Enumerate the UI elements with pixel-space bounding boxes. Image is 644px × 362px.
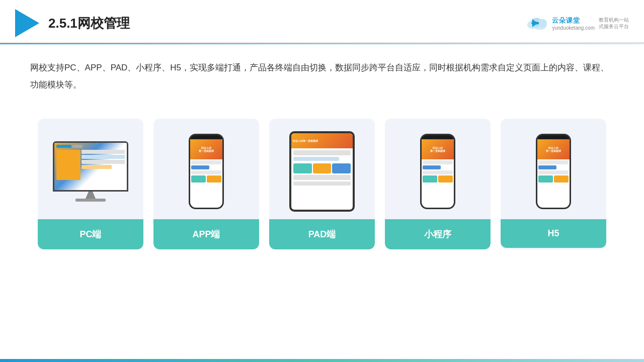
page-title: 2.5.1网校管理	[48, 15, 130, 32]
header-left: 2.5.1网校管理	[15, 9, 130, 37]
phone-banner-h5: 职达人的第一堂刷题课	[537, 139, 570, 159]
phone-screen-miniapp: 职达人的第一堂刷题课	[422, 139, 454, 208]
pc-screen-inner	[54, 143, 127, 190]
brand-name: 云朵课堂	[552, 16, 595, 25]
brand-logo: 云朵课堂 yunduoketang.com	[525, 16, 595, 31]
brand-slogan: 教育机构一站式服务云平台	[599, 17, 629, 30]
tablet-content	[291, 148, 353, 188]
tablet-row-1	[293, 150, 351, 155]
description-content: 网校支持PC、APP、PAD、小程序、H5，实现多端打通，产品各终端自由切换，数…	[30, 63, 609, 89]
h5-row-1	[538, 160, 569, 164]
card-pad: 职达人的第一堂刷题课 PAD端	[269, 119, 375, 249]
phone-notch-miniapp	[432, 135, 444, 138]
pc-screen	[53, 141, 128, 192]
svg-rect-5	[532, 22, 539, 25]
phone-row-2	[191, 165, 209, 169]
card-miniapp-image: 职达人的第一堂刷题课	[385, 119, 491, 219]
phone-content-app	[190, 159, 222, 208]
card-h5-label: H5	[501, 219, 606, 248]
tablet-card-2	[313, 163, 332, 173]
phone-notch-h5	[547, 135, 560, 138]
header: 2.5.1网校管理 云朵课堂 yunduoketang.com	[0, 0, 644, 43]
h5-row-2	[538, 165, 556, 169]
card-h5: 职达人的第一堂刷题课 H5	[501, 119, 606, 249]
brand-url: yunduoketang.com	[552, 25, 595, 31]
phone-row-3	[191, 170, 221, 174]
phone-banner-text-miniapp: 职达人的第一堂刷题课	[430, 146, 445, 153]
tablet-card-3	[332, 163, 351, 173]
tablet-card-1	[293, 163, 312, 173]
card-pad-image: 职达人的第一堂刷题课	[269, 119, 375, 219]
svg-point-3	[538, 19, 547, 28]
phone-banner-app: 职达人的第一堂刷题课	[190, 139, 222, 159]
cards-container: PC端 职达人的第一堂刷题课	[0, 104, 644, 259]
logo-triangle-icon	[15, 9, 39, 37]
tablet-screen: 职达人的第一堂刷题课	[291, 133, 353, 210]
phone-content-miniapp	[422, 159, 454, 208]
pc-stand	[86, 192, 96, 199]
phone-banner-miniapp: 职达人的第一堂刷题课	[422, 139, 454, 159]
tablet-cards-row	[293, 163, 351, 173]
brand-icon: 云朵课堂 yunduoketang.com	[525, 16, 595, 31]
pc-mockup	[53, 141, 128, 202]
miniapp-row-3	[423, 170, 453, 174]
brand-text-group: 云朵课堂 yunduoketang.com	[552, 16, 595, 31]
tablet-header-text: 职达人的第一堂刷题课	[293, 139, 318, 142]
h5-row-3	[538, 170, 569, 174]
miniapp-row-2	[423, 165, 441, 169]
bottom-gradient-bar	[0, 359, 644, 362]
card-pc-label: PC端	[38, 219, 143, 249]
miniapp-row-1	[423, 160, 453, 164]
card-miniapp-label: 小程序	[385, 219, 491, 249]
card-app: 职达人的第一堂刷题课 APP端	[153, 119, 259, 249]
phone-mockup-app: 职达人的第一堂刷题课	[189, 134, 224, 209]
cloud-icon	[525, 16, 550, 31]
phone-banner-text-h5: 职达人的第一堂刷题课	[546, 146, 561, 153]
card-pc: PC端	[38, 119, 143, 249]
header-right: 云朵课堂 yunduoketang.com 教育机构一站式服务云平台	[525, 16, 629, 31]
phone-screen-app: 职达人的第一堂刷题课	[190, 139, 222, 208]
pc-base	[75, 199, 106, 202]
phone-banner-text-app: 职达人的第一堂刷题课	[199, 146, 214, 153]
tablet-mockup: 职达人的第一堂刷题课	[289, 131, 355, 212]
card-app-image: 职达人的第一堂刷题课	[153, 119, 259, 219]
phone-row-1	[191, 160, 221, 164]
phone-mockup-h5: 职达人的第一堂刷题课	[536, 134, 571, 209]
card-pad-label: PAD端	[269, 219, 375, 249]
description-text: 网校支持PC、APP、PAD、小程序、H5，实现多端打通，产品各终端自由切换，数…	[0, 44, 644, 99]
card-app-label: APP端	[153, 219, 259, 249]
tablet-header: 职达人的第一堂刷题课	[291, 133, 353, 148]
card-h5-image: 职达人的第一堂刷题课	[501, 119, 606, 219]
phone-content-h5	[537, 159, 570, 208]
phone-screen-h5: 职达人的第一堂刷题课	[537, 139, 570, 208]
phone-notch-app	[200, 135, 213, 138]
phone-mockup-miniapp: 职达人的第一堂刷题课	[420, 134, 455, 209]
card-pc-image	[38, 119, 143, 219]
card-miniapp: 职达人的第一堂刷题课 小程序	[385, 119, 491, 249]
tablet-row-2	[293, 175, 351, 180]
